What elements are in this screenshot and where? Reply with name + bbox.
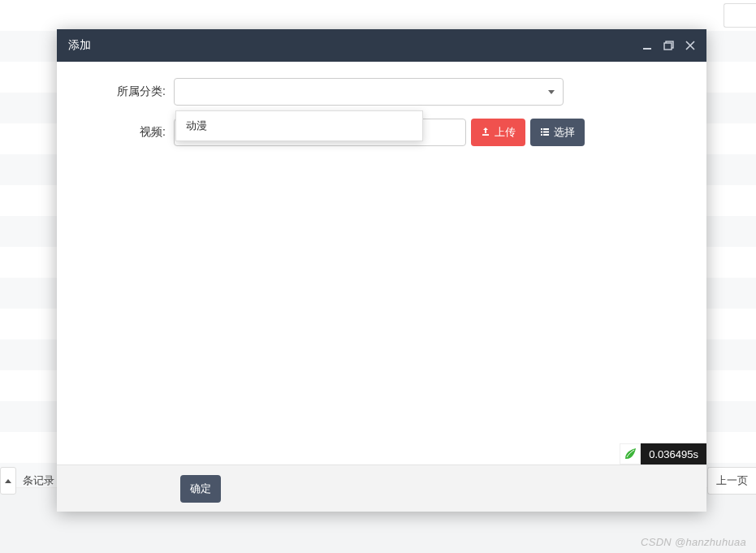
upload-button[interactable]: 上传 (471, 119, 525, 146)
svg-rect-6 (541, 131, 542, 132)
category-dropdown-panel: 动漫 (175, 110, 423, 141)
svg-rect-2 (664, 43, 672, 50)
choose-button-label: 选择 (554, 125, 575, 140)
chevron-down-icon (548, 90, 555, 94)
profiler-time-text: 0.036495s (641, 443, 706, 464)
confirm-button[interactable]: 确定 (180, 475, 221, 503)
window-controls (642, 41, 695, 51)
dialog-title: 添加 (68, 38, 642, 53)
profiler-badge[interactable]: 0.036495s (620, 443, 706, 464)
upload-button-label: 上传 (495, 125, 516, 140)
page-size-select-caret[interactable] (0, 467, 16, 495)
category-label: 所属分类: (76, 84, 174, 99)
svg-rect-7 (543, 131, 549, 132)
svg-rect-3 (482, 134, 489, 136)
choose-button[interactable]: 选择 (530, 119, 585, 146)
close-icon[interactable] (685, 41, 695, 50)
prev-page-button[interactable]: 上一页 (707, 467, 756, 495)
background-footer-left: 条记录 (0, 467, 54, 495)
category-select[interactable] (174, 78, 564, 106)
thinkphp-leaf-icon (620, 443, 641, 464)
list-icon (540, 127, 550, 139)
add-dialog: 添加 所属分类: 视频: (57, 29, 706, 512)
maximize-icon[interactable] (663, 41, 674, 51)
svg-rect-0 (643, 48, 651, 50)
svg-rect-4 (541, 128, 542, 130)
dialog-body: 所属分类: 视频: 上传 选择 动漫 (57, 62, 706, 464)
category-row: 所属分类: (76, 78, 687, 106)
upload-icon (481, 127, 490, 139)
dialog-titlebar: 添加 (57, 29, 706, 62)
svg-rect-9 (543, 134, 549, 136)
svg-rect-8 (541, 134, 542, 136)
svg-rect-5 (543, 128, 549, 130)
category-option[interactable]: 动漫 (176, 111, 422, 140)
video-label: 视频: (76, 125, 174, 140)
minimize-icon[interactable] (642, 41, 652, 50)
records-label: 条记录 (23, 473, 54, 488)
background-top-right-button[interactable] (724, 3, 756, 28)
dialog-footer: 确定 (57, 464, 706, 512)
watermark-text: CSDN @hanzhuhuaa (641, 536, 746, 548)
